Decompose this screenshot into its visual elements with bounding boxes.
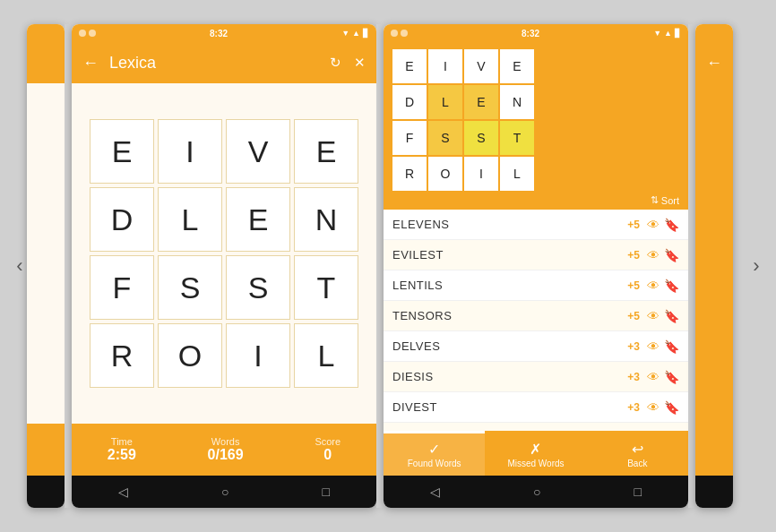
mini-cell-4[interactable]: D [392,85,427,119]
status-bar-partial-right [695,24,733,42]
eye-icon[interactable]: 👁 [647,339,660,354]
mini-cell-12[interactable]: R [392,157,427,191]
mini-cell-14[interactable]: I [464,157,498,191]
stat-time: Time 2:59 [108,436,136,463]
phone-right: 8:32 ▼ ▲ ▊ EIVEDLENFSSTROIL ⇅ Sort ELEVE… [384,24,688,508]
status-right-icons-right: ▼ ▲ ▊ [653,29,681,38]
close-icon[interactable]: ✕ [354,55,366,71]
refresh-icon[interactable]: ↻ [330,55,341,71]
word-score: +3 [627,401,640,414]
word-row[interactable]: LENTILS +5 👁 🔖 [384,270,688,301]
bookmark-icon[interactable]: 🔖 [664,309,679,323]
main-cell-5[interactable]: L [158,187,222,252]
main-cell-12[interactable]: R [90,323,154,388]
main-cell-7[interactable]: N [294,187,358,252]
status-dot2 [89,30,96,37]
main-cell-6[interactable]: E [226,187,290,252]
back-nav-icon[interactable]: ◁ [118,485,128,499]
word-row[interactable]: DIESIS +3 👁 🔖 [384,362,688,392]
mini-cell-7[interactable]: N [500,85,534,119]
main-cell-14[interactable]: I [226,323,290,388]
status-dot4 [401,30,408,37]
main-cell-2[interactable]: V [226,119,290,184]
wifi-icon: ▲ [352,29,360,38]
nav-bar-main: ◁ ○ □ [72,476,376,508]
main-cell-4[interactable]: D [90,187,154,252]
bookmark-icon[interactable]: 🔖 [664,248,679,262]
nav-bar-partial [27,476,65,508]
tab-missed-words[interactable]: ✗ Missed Words [485,431,586,476]
main-cell-11[interactable]: T [294,255,358,320]
back-nav-icon-r[interactable]: ◁ [430,485,440,499]
bookmark-icon[interactable]: 🔖 [664,339,679,354]
stat-score: Score 0 [315,436,341,463]
main-cell-15[interactable]: L [294,323,358,388]
recents-nav-icon[interactable]: □ [323,485,330,499]
status-right-icons: ▼ ▲ ▊ [341,29,369,38]
mini-cell-6[interactable]: E [464,85,498,119]
time-value: 2:59 [108,447,136,463]
main-cell-1[interactable]: I [158,119,222,184]
mini-cell-9[interactable]: S [428,121,462,155]
sort-button[interactable]: ⇅ Sort [651,194,679,206]
mini-cell-3[interactable]: E [500,49,534,83]
word-row[interactable]: EVILEST +5 👁 🔖 [384,240,688,270]
word-text: EVILEST [392,248,627,262]
eye-icon[interactable]: 👁 [647,370,660,384]
word-row[interactable]: DELVES +3 👁 🔖 [384,331,688,362]
bookmark-icon[interactable]: 🔖 [664,400,679,415]
found-words-icon: ✓ [428,441,440,458]
word-list[interactable]: ELEVENS +5 👁 🔖 EVILEST +5 👁 🔖 LENTILS +5… [384,210,688,431]
word-row[interactable]: ELEVEN +3 👁 🔖 [384,423,688,431]
prev-screen-arrow[interactable]: ‹ [9,248,30,284]
score-label: Score [315,436,341,447]
sort-row: ⇅ Sort [384,191,688,210]
eye-icon[interactable]: 👁 [647,279,660,293]
battery-icon: ▊ [363,29,369,38]
main-cell-3[interactable]: E [294,119,358,184]
home-nav-icon-r[interactable]: ○ [533,485,540,499]
word-text: ELEVENS [392,218,627,231]
battery-icon-r: ▊ [675,29,681,38]
eye-icon[interactable]: 👁 [647,218,660,232]
status-time-main: 8:32 [210,29,228,39]
mini-cell-0[interactable]: E [392,49,427,83]
next-screen-arrow[interactable]: › [746,248,767,284]
eye-icon[interactable]: 👁 [647,248,660,262]
word-row[interactable]: DIVEST +3 👁 🔖 [384,392,688,423]
eye-icon[interactable]: 👁 [647,400,660,415]
word-text: DIVEST [392,400,627,414]
word-row[interactable]: ELEVENS +5 👁 🔖 [384,210,688,240]
mini-cell-8[interactable]: F [392,121,427,155]
sort-icon: ⇅ [651,194,659,206]
home-nav-icon[interactable]: ○ [221,485,228,499]
back-button-partial[interactable]: ← [706,54,722,73]
main-cell-13[interactable]: O [158,323,222,388]
bookmark-icon[interactable]: 🔖 [664,370,679,384]
main-cell-9[interactable]: S [158,255,222,320]
mini-cell-15[interactable]: L [500,157,534,191]
mini-cell-1[interactable]: I [428,49,462,83]
word-row[interactable]: TENSORS +5 👁 🔖 [384,301,688,331]
mini-cell-5[interactable]: L [428,85,462,119]
back-button-main[interactable]: ← [82,54,99,73]
word-row-icons: 👁 🔖 [647,309,679,323]
mini-cell-11[interactable]: T [500,121,534,155]
mini-grid: EIVEDLENFSSTROIL [392,49,679,191]
recents-nav-icon-r[interactable]: □ [634,485,642,499]
bookmark-icon[interactable]: 🔖 [664,279,679,293]
main-cell-0[interactable]: E [90,119,154,184]
tab-found-words[interactable]: ✓ Found Words [384,431,485,476]
mini-cell-2[interactable]: V [464,49,498,83]
mini-cell-10[interactable]: S [464,121,498,155]
found-words-label: Found Words [408,459,461,468]
bookmark-icon[interactable]: 🔖 [664,218,679,232]
mini-cell-13[interactable]: O [428,157,462,191]
main-cell-8[interactable]: F [90,255,154,320]
tab-back[interactable]: ↩ Back [587,431,688,476]
word-score: +5 [627,249,640,262]
main-cell-10[interactable]: S [226,255,290,320]
phone-content-right: EIVEDLENFSSTROIL ⇅ Sort ELEVENS +5 👁 🔖 E… [384,42,688,508]
eye-icon[interactable]: 👁 [647,309,660,323]
main-grid: EIVEDLENFSSTROIL [82,112,366,395]
